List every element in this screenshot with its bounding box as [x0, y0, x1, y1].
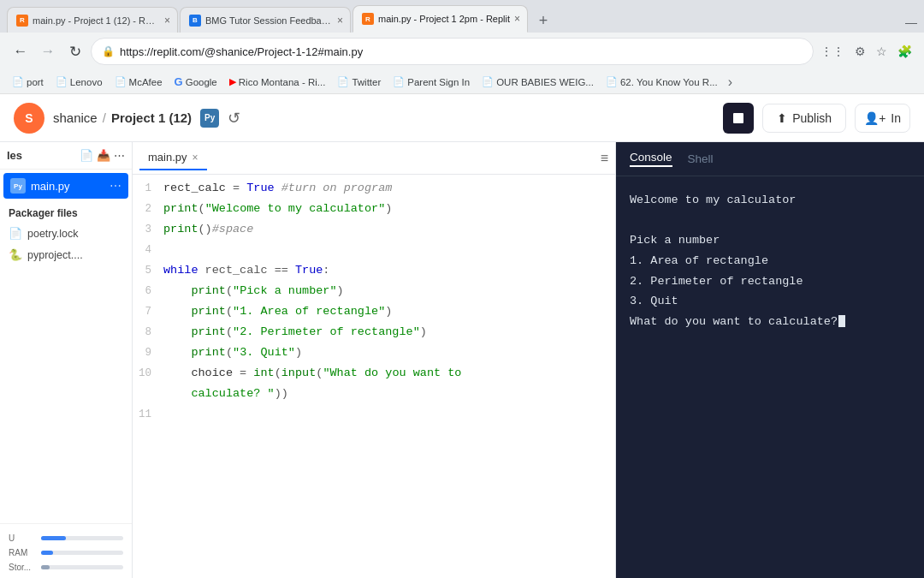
- line-number-10: 10: [133, 363, 163, 384]
- browser-tab-3[interactable]: R main.py - Project 1 2pm - Replit ×: [352, 5, 528, 33]
- sidebar-more-icon[interactable]: ⋯: [114, 149, 125, 162]
- nav-reload-button[interactable]: ↻: [63, 39, 87, 63]
- bookmark-youknow[interactable]: 📄 62. You Know You R...: [601, 73, 723, 92]
- line-number-4: 4: [133, 240, 163, 260]
- line-number-1: 1: [133, 178, 163, 199]
- sidebar-new-file-icon[interactable]: 📄: [80, 149, 93, 162]
- pyproject-icon: 🐍: [9, 248, 22, 261]
- code-line-6: 6 print("Pick a number"): [133, 281, 615, 301]
- console-line-2: [630, 211, 910, 231]
- poetrylock-name: poetry.lock: [27, 228, 79, 240]
- code-line-11: 11: [133, 404, 615, 425]
- browser-menu-icon[interactable]: ⋮⋮: [817, 41, 848, 62]
- browser-settings-icon[interactable]: ⚙: [851, 41, 869, 62]
- editor-tab-close-icon[interactable]: ×: [192, 152, 198, 164]
- line-number-8: 8: [133, 322, 163, 343]
- console-line-6: 3. Quit: [630, 291, 910, 312]
- bookmark-google[interactable]: G Google: [169, 73, 222, 92]
- tab2-title: BMG Tutor Session Feedback Fo...: [205, 15, 333, 26]
- tab3-title: main.py - Project 1 2pm - Replit: [378, 14, 510, 24]
- bookmarks-bar: 📄 port 📄 Lenovo 📄 McAfee G Google ▶ Rico…: [0, 70, 924, 94]
- tab1-close[interactable]: ×: [164, 15, 170, 27]
- tab1-favicon: R: [16, 15, 28, 27]
- bookmark-google-label: Google: [186, 77, 217, 87]
- mainpy-more-icon[interactable]: ⋯: [110, 179, 121, 193]
- stat-ram: RAM: [7, 545, 125, 560]
- console-tab-shell[interactable]: Shell: [688, 152, 714, 165]
- console-line-4: 1. Area of rectangle: [630, 251, 910, 271]
- invite-button[interactable]: 👤+ In: [855, 104, 910, 133]
- new-tab-button[interactable]: +: [531, 9, 555, 33]
- tab2-favicon: B: [189, 15, 201, 27]
- bookmark-babies[interactable]: 📄 OUR BABIES WEIG...: [477, 73, 599, 92]
- stop-icon: [733, 113, 743, 123]
- console-line-5: 2. Perimeter of rectangle: [630, 271, 910, 292]
- minimize-button[interactable]: —: [905, 15, 917, 29]
- bookmark-port-label: port: [27, 77, 44, 87]
- history-button[interactable]: ↺: [228, 109, 240, 128]
- line-number-11: 11: [133, 404, 163, 425]
- console-tab-console[interactable]: Console: [630, 151, 672, 167]
- publish-label: Publish: [792, 111, 832, 125]
- editor-tab-mainpy[interactable]: main.py ×: [139, 146, 207, 170]
- bookmark-twitter-label: Twitter: [352, 77, 381, 87]
- code-line-3: 3 print()#space: [133, 219, 615, 240]
- sidebar-header: les 📄 📥 ⋯: [0, 142, 132, 170]
- browser-tab-2[interactable]: B BMG Tutor Session Feedback Fo... ×: [180, 7, 351, 33]
- stat-ram-bar: [41, 551, 123, 555]
- breadcrumb-user[interactable]: shanice: [53, 110, 98, 125]
- packager-section-title: Packager files: [0, 200, 132, 223]
- replit-app: S shanice / Project 1 (12) Py ↺ ⬆ Publis…: [0, 94, 924, 578]
- console-cursor: [838, 315, 845, 327]
- browser-star-icon[interactable]: ☆: [873, 41, 891, 62]
- sidebar-files-title: les: [7, 149, 76, 162]
- console-line-7: What do you want to calculate?: [630, 312, 910, 332]
- publish-button[interactable]: ⬆ Publish: [762, 104, 846, 133]
- line-content-1: rect_calc = True #turn on program: [163, 178, 615, 199]
- bookmark-parent-signin-label: Parent Sign In: [407, 77, 470, 87]
- bookmark-babies-icon: 📄: [482, 76, 494, 87]
- code-editor[interactable]: 1 rect_calc = True #turn on program 2 pr…: [133, 175, 615, 578]
- bookmark-rico[interactable]: ▶ Rico Montana - Ri...: [224, 73, 331, 92]
- bookmark-port[interactable]: 📄 port: [7, 73, 49, 92]
- bookmark-lenovo[interactable]: 📄 Lenovo: [50, 73, 108, 92]
- run-button[interactable]: [723, 103, 754, 134]
- code-line-4: 4: [133, 240, 615, 260]
- tab2-close[interactable]: ×: [337, 15, 343, 27]
- bookmark-twitter-icon: 📄: [337, 76, 349, 87]
- sidebar: les 📄 📥 ⋯ Py main.py ⋯ Packager files 📄 …: [0, 142, 133, 578]
- bookmark-mcafee-label: McAfee: [129, 77, 163, 87]
- publish-icon: ⬆: [777, 111, 787, 125]
- line-number-5: 5: [133, 260, 163, 281]
- bookmark-parent-signin[interactable]: 📄 Parent Sign In: [388, 73, 475, 92]
- bookmark-twitter[interactable]: 📄 Twitter: [332, 73, 386, 92]
- tab3-close[interactable]: ×: [514, 13, 520, 25]
- nav-forward-button[interactable]: →: [36, 39, 60, 63]
- browser-tab-1[interactable]: R main.py - Project 1 (12) - Replit ×: [7, 7, 178, 33]
- editor-menu-icon[interactable]: ≡: [601, 151, 608, 166]
- breadcrumb-separator: /: [103, 110, 106, 125]
- bookmark-youknow-label: 62. You Know You R...: [620, 77, 718, 87]
- bookmark-port-icon: 📄: [12, 76, 24, 87]
- tab3-favicon: R: [362, 13, 374, 25]
- nav-back-button[interactable]: ←: [9, 39, 33, 63]
- code-line-10: 10 choice = int(input("What do you want …: [133, 363, 615, 384]
- line-content-9: print("3. Quit"): [163, 343, 615, 363]
- url-bar[interactable]: 🔒 https://replit.com/@shanice/Project-1-…: [91, 38, 814, 65]
- line-number-10-cont: [133, 384, 163, 404]
- address-bar: ← → ↻ 🔒 https://replit.com/@shanice/Proj…: [0, 33, 924, 70]
- line-content-7: print("1. Area of rectangle"): [163, 301, 615, 322]
- sidebar-new-folder-icon[interactable]: 📥: [97, 149, 110, 162]
- browser-extension-icon[interactable]: 🧩: [894, 41, 915, 62]
- bookmarks-more-button[interactable]: ›: [728, 74, 732, 90]
- replit-header: S shanice / Project 1 (12) Py ↺ ⬆ Publis…: [0, 94, 924, 142]
- avatar: S: [14, 103, 44, 134]
- bookmark-parent-signin-icon: 📄: [393, 76, 405, 87]
- breadcrumb-project[interactable]: Project 1 (12): [111, 110, 192, 125]
- line-content-6: print("Pick a number"): [163, 281, 615, 301]
- sidebar-file-poetrylock[interactable]: 📄 poetry.lock: [0, 223, 132, 244]
- code-line-1: 1 rect_calc = True #turn on program: [133, 178, 615, 199]
- sidebar-file-mainpy[interactable]: Py main.py ⋯: [3, 173, 128, 199]
- sidebar-file-pyproject[interactable]: 🐍 pyproject....: [0, 244, 132, 265]
- bookmark-mcafee[interactable]: 📄 McAfee: [110, 73, 168, 92]
